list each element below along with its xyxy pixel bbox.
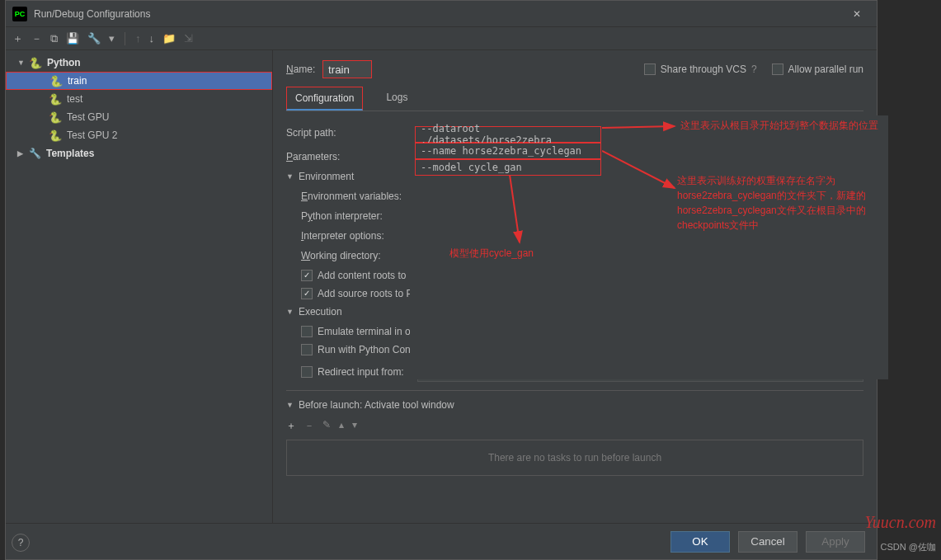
python-icon: 🐍 xyxy=(49,75,63,87)
share-label: Share through VCS xyxy=(661,64,746,75)
tabs: Configuration Logs xyxy=(286,87,863,111)
checkbox-icon xyxy=(301,344,313,355)
move-up-icon[interactable]: ↑ xyxy=(135,32,141,45)
config-toolbar: ＋ － ⧉ 💾 🔧 ▾ ↑ ↓ 📁 ⇲ xyxy=(6,27,877,50)
tree-item-train[interactable]: 🐍 train xyxy=(6,72,272,90)
ok-button[interactable]: OK xyxy=(670,531,730,553)
chevron-down-icon: ▼ xyxy=(286,172,294,181)
checkbox-icon xyxy=(644,64,656,75)
add-icon[interactable]: ＋ xyxy=(12,31,23,46)
tab-logs[interactable]: Logs xyxy=(378,87,416,111)
collapse-icon[interactable]: ⇲ xyxy=(184,32,193,45)
add-icon[interactable]: ＋ xyxy=(286,419,296,433)
name-input[interactable] xyxy=(322,60,372,78)
python-icon: 🐍 xyxy=(49,93,62,106)
python-icon: 🐍 xyxy=(49,111,62,124)
param-name: --name horse2zebra_cyclegan xyxy=(415,143,601,159)
wrench-icon: 🔧 xyxy=(29,148,41,159)
exec-section-label: Execution xyxy=(299,306,342,318)
copy-icon[interactable]: ⧉ xyxy=(50,32,58,45)
tree-item-testgpu2[interactable]: 🐍 Test GPU 2 xyxy=(6,126,272,144)
wrench-icon[interactable]: 🔧 xyxy=(87,32,101,45)
tree-item-label: train xyxy=(68,75,87,87)
chevron-down-icon: ▼ xyxy=(17,59,26,67)
tab-configuration[interactable]: Configuration xyxy=(286,87,363,111)
redirect-input[interactable]: 📁 xyxy=(417,362,863,382)
emulate-checkbox[interactable]: Emulate terminal in ou xyxy=(301,326,863,337)
parameters-label: Parameters: xyxy=(286,151,402,162)
titlebar: PC Run/Debug Configurations ✕ xyxy=(6,1,877,27)
save-icon[interactable]: 💾 xyxy=(66,32,79,45)
workdir-label: Working directory: xyxy=(301,250,416,261)
before-tasks-area: There are no tasks to run before launch xyxy=(286,440,863,476)
tree-templates-label: Templates xyxy=(46,148,94,159)
run-debug-dialog: PC Run/Debug Configurations ✕ ＋ － ⧉ 💾 🔧 … xyxy=(5,0,877,560)
add-source-checkbox[interactable]: Add source roots to P xyxy=(301,288,863,299)
remove-icon: － xyxy=(304,419,314,433)
chevron-down-icon: ▼ xyxy=(286,308,294,316)
param-dataroot: --dataroot ./datasets/horse2zebra xyxy=(415,126,601,143)
execution-section[interactable]: ▼ Execution xyxy=(286,306,863,318)
checkbox-icon xyxy=(301,326,313,337)
tree-root-python[interactable]: ▼ 🐍 Python xyxy=(6,54,272,72)
cancel-button[interactable]: Cancel xyxy=(738,531,797,553)
folder-icon[interactable]: 📁 xyxy=(162,32,176,45)
env-section-label: Environment xyxy=(299,171,354,182)
tree-item-label: test xyxy=(67,93,82,105)
emulate-label: Emulate terminal in ou xyxy=(318,326,416,337)
script-path-label: Script path: xyxy=(286,127,402,139)
name-label: Name: xyxy=(286,64,322,75)
python-icon: 🐍 xyxy=(29,57,42,69)
checkbox-icon xyxy=(301,366,313,378)
no-tasks-label: There are no tasks to run before launch xyxy=(488,452,661,464)
up-icon: ▴ xyxy=(339,419,344,433)
run-console-label: Run with Python Console xyxy=(318,344,429,355)
before-toolbar: ＋ － ✎ ▴ ▾ xyxy=(286,419,863,433)
watermark-csdn: CSDN @佐咖 xyxy=(881,541,936,553)
param-model: --model cycle_gan xyxy=(415,159,601,176)
dialog-buttons: OK Cancel Apply xyxy=(6,523,877,559)
tree-item-testgpu[interactable]: 🐍 Test GPU xyxy=(6,108,272,126)
checkbox-icon xyxy=(772,64,783,75)
folder-icon[interactable]: 📁 xyxy=(844,366,856,378)
add-content-checkbox[interactable]: Add content roots to xyxy=(301,270,863,281)
down-icon: ▾ xyxy=(352,419,357,433)
parallel-label: Allow parallel run xyxy=(788,64,863,75)
edit-icon: ✎ xyxy=(322,419,331,433)
redirect-checkbox[interactable]: Redirect input from: xyxy=(301,366,404,378)
before-launch-label: Before launch: Activate tool window xyxy=(299,399,454,411)
app-icon: PC xyxy=(12,7,27,21)
tree-templates[interactable]: ▶ 🔧 Templates xyxy=(6,144,272,162)
checkbox-icon xyxy=(301,270,313,281)
share-vcs-checkbox[interactable]: Share through VCS ? xyxy=(644,64,757,75)
watermark-yuucn: Yuucn.com xyxy=(865,513,936,532)
checkbox-icon xyxy=(301,288,313,299)
run-console-checkbox[interactable]: Run with Python Console xyxy=(301,344,863,355)
remove-icon[interactable]: － xyxy=(31,31,42,46)
tree-root-label: Python xyxy=(47,57,81,68)
window-title: Run/Debug Configurations xyxy=(34,8,844,20)
close-icon[interactable]: ✕ xyxy=(844,1,870,27)
tree-item-label: Test GPU xyxy=(67,111,109,123)
add-content-label: Add content roots to xyxy=(318,270,406,281)
help-button[interactable]: ? xyxy=(12,534,30,552)
redirect-label: Redirect input from: xyxy=(318,366,404,378)
before-launch-section[interactable]: ▼ Before launch: Activate tool window xyxy=(286,399,863,411)
chevron-down-icon: ▼ xyxy=(286,401,294,409)
env-vars-label: Environment variables: xyxy=(301,191,416,202)
interp-opts-label: Interpreter options: xyxy=(301,230,416,242)
add-source-label: Add source roots to P xyxy=(318,288,412,299)
annotation-1: 这里表示从根目录开始找到整个数据集的位置 xyxy=(680,118,878,133)
config-tree: ▼ 🐍 Python 🐍 train 🐍 test 🐍 Test GPU 🐍 T… xyxy=(6,50,273,523)
parallel-checkbox[interactable]: Allow parallel run xyxy=(772,64,863,75)
annotation-3: 模型使用cycle_gan xyxy=(449,246,534,261)
tree-item-test[interactable]: 🐍 test xyxy=(6,90,272,108)
move-down-icon[interactable]: ↓ xyxy=(149,32,155,45)
annotation-2: 这里表示训练好的权重保存在名字为 horse2zebra_cyclegan的文件… xyxy=(677,173,866,233)
help-icon[interactable]: ? xyxy=(751,64,757,75)
chevron-right-icon: ▶ xyxy=(17,149,26,158)
separator xyxy=(125,32,125,45)
tree-item-label: Test GPU 2 xyxy=(67,129,117,141)
apply-button[interactable]: Apply xyxy=(806,531,865,553)
chevron-down-icon[interactable]: ▾ xyxy=(109,32,115,45)
